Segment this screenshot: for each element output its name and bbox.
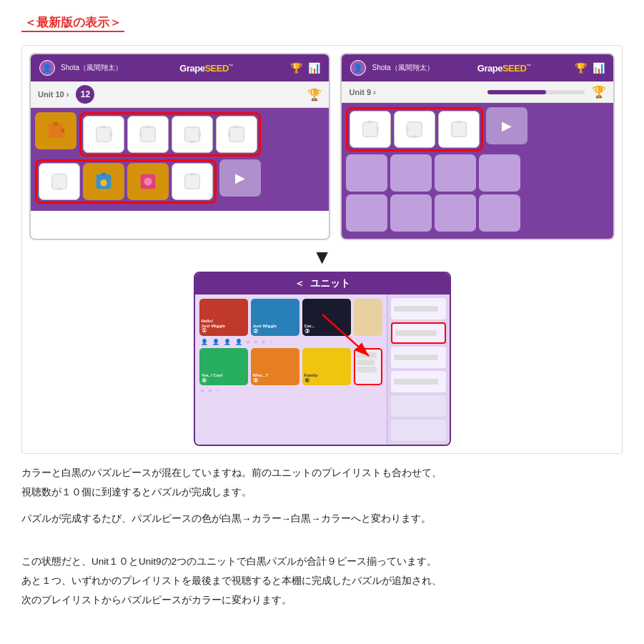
playlist-card-7[interactable]: Family⑥ — [302, 348, 351, 385]
r-empty-4 — [479, 154, 520, 192]
left-subheader: Unit 10 › 12 🏆 — [31, 81, 329, 108]
trophy-icon-left: 🏆 — [290, 62, 302, 74]
bar-chart-icon-left: 📊 — [308, 62, 320, 74]
side-item-2-highlighted[interactable] — [391, 322, 446, 344]
page-title: ＜最新版の表示＞ — [21, 14, 124, 32]
left-username: Shota（風間翔太） — [61, 63, 122, 73]
playlist-card-3[interactable]: Cat...③ — [302, 299, 351, 336]
svg-point-7 — [100, 179, 106, 186]
puzzle-cell-2[interactable] — [83, 116, 124, 153]
play-button-right[interactable]: ▶ — [486, 107, 527, 144]
main-diagram: 👤 Shota（風間翔太） GrapeSEED™ 🏆 📊 Un — [21, 45, 623, 454]
side-item-4[interactable] — [391, 371, 446, 392]
left-avatar: 👤 — [39, 60, 55, 76]
svg-rect-5 — [52, 174, 67, 189]
row-icon-8: ○ — [269, 339, 273, 345]
puzzle-cell-8[interactable] — [127, 163, 169, 200]
playlist-card-4-partial — [354, 299, 382, 336]
left-app-header: 👤 Shota（風間翔太） GrapeSEED™ 🏆 📊 — [31, 54, 329, 81]
right-red-border — [346, 107, 483, 152]
row2-icon-2: ○ — [208, 387, 212, 394]
diagram-top: 👤 Shota（風間翔太） GrapeSEED™ 🏆 📊 Un — [29, 53, 615, 240]
playlist-area: Hello!Just Wiggle① Just Wiggle② Cat...③ — [195, 294, 387, 445]
right-progress-bar — [487, 90, 585, 94]
r-empty-8 — [479, 194, 520, 232]
desc-line-6: 次のプレイリストからパズルピースがカラーに変わります。 — [21, 593, 623, 609]
right-unit-label: Unit 9 › — [349, 88, 375, 96]
side-item-6 — [391, 420, 446, 441]
svg-rect-0 — [49, 124, 63, 138]
playlist-card-5[interactable]: Yes, I Can!④ — [199, 348, 248, 385]
puzzle-cell-4[interactable] — [172, 116, 213, 153]
r-empty-6 — [390, 194, 432, 232]
row-icon-5: ○ — [247, 339, 250, 345]
unit-detail-panel: ＜ ユニット Hello!Just Wiggle① — [194, 272, 451, 446]
desc-line-4: この状態だと、Unit１０とUnit9の2つのユニットで白黒パズルが合計９ピース… — [21, 554, 623, 570]
row2-icon-1: ○ — [201, 387, 204, 394]
row-icon-1: 👤 — [201, 339, 208, 345]
svg-rect-13 — [452, 122, 467, 137]
right-avatar: 👤 — [350, 60, 366, 76]
row-icon-3: 👤 — [224, 339, 231, 345]
row-icon-4: 👤 — [235, 339, 242, 345]
unit-panel-header: ＜ ユニット — [195, 273, 450, 294]
r-empty-5 — [346, 194, 387, 232]
desc-line-2: 視聴数が１０個に到達するとパズルが完成します。 — [21, 485, 623, 501]
puzzle-cell-6[interactable] — [39, 163, 80, 200]
svg-rect-11 — [363, 122, 378, 137]
play-button-left[interactable]: ▶ — [219, 159, 261, 197]
back-button[interactable]: ＜ — [294, 277, 304, 290]
right-logo: GrapeSEED™ — [477, 63, 531, 74]
r-puzzle-cell-2[interactable] — [394, 111, 435, 148]
side-panel — [387, 294, 450, 445]
bar-chart-icon-right: 📊 — [593, 62, 605, 74]
puzzle-cell-9[interactable] — [172, 163, 213, 200]
svg-rect-12 — [407, 122, 422, 137]
left-app-screen: 👤 Shota（風間翔太） GrapeSEED™ 🏆 📊 Un — [29, 53, 330, 240]
svg-rect-3 — [185, 127, 200, 142]
left-logo: GrapeSEED™ — [179, 63, 233, 74]
right-app-screen: 👤 Shota（風間翔太） GrapeSEED™ 🏆 📊 Un — [340, 53, 615, 240]
trophy-sub-icon-right: 🏆 — [592, 85, 606, 99]
r-empty-7 — [435, 194, 476, 232]
side-item-3[interactable] — [391, 347, 446, 368]
red-border-row2 — [35, 159, 217, 204]
side-item-5 — [391, 395, 446, 417]
diagram-bottom: ＜ ユニット Hello!Just Wiggle① — [29, 272, 615, 446]
playlist-card-1[interactable]: Hello!Just Wiggle① — [199, 299, 248, 336]
svg-rect-10 — [185, 174, 200, 189]
right-username: Shota（風間翔太） — [372, 63, 433, 73]
svg-point-9 — [144, 177, 152, 185]
row-icon-6: ○ — [254, 339, 257, 345]
svg-rect-4 — [229, 127, 244, 142]
puzzle-cell-3[interactable] — [127, 116, 169, 153]
r-puzzle-cell-1[interactable] — [350, 111, 391, 148]
red-border-row1 — [79, 112, 261, 157]
r-empty-2 — [390, 154, 432, 192]
down-arrow: ▼ — [29, 246, 615, 269]
row-icon-2: 👤 — [212, 339, 219, 345]
row2-icon-3: ○ — [216, 387, 219, 394]
puzzle-cell-1[interactable] — [35, 112, 76, 149]
svg-rect-1 — [96, 127, 112, 142]
r-puzzle-cell-3[interactable] — [438, 111, 480, 148]
playlist-card-8-highlighted[interactable] — [354, 348, 382, 385]
right-subheader: Unit 9 › 🏆 — [342, 81, 613, 103]
playlist-card-6[interactable]: Who...?⑤ — [251, 348, 299, 385]
right-puzzle-grid: ▶ — [342, 103, 613, 239]
unit-panel-title: ユニット — [310, 277, 350, 290]
left-unit-label: Unit 10 › — [38, 90, 69, 99]
desc-line-3: パズルが完成するたび、パズルピースの色が白黒→カラー→白黒→カラーへと変わります… — [21, 511, 623, 527]
left-puzzle-grid: ▶ — [31, 108, 329, 211]
side-item-1[interactable] — [391, 298, 446, 319]
puzzle-cell-5[interactable] — [216, 116, 257, 153]
r-empty-3 — [435, 154, 476, 192]
svg-rect-2 — [141, 127, 156, 142]
puzzle-cell-7[interactable] — [83, 163, 124, 200]
trophy-icon-right: 🏆 — [575, 62, 587, 74]
right-app-header: 👤 Shota（風間翔太） GrapeSEED™ 🏆 📊 — [342, 54, 613, 81]
playlist-card-2[interactable]: Just Wiggle② — [251, 299, 299, 336]
page-container: ＜最新版の表示＞ 👤 Shota（風間翔太） GrapeSEED™ — [21, 14, 623, 609]
r-empty-1 — [346, 154, 387, 192]
desc-line-1: カラーと白黒のパズルピースが混在していますね。前のユニットのプレイリストも合わせ… — [21, 465, 623, 482]
